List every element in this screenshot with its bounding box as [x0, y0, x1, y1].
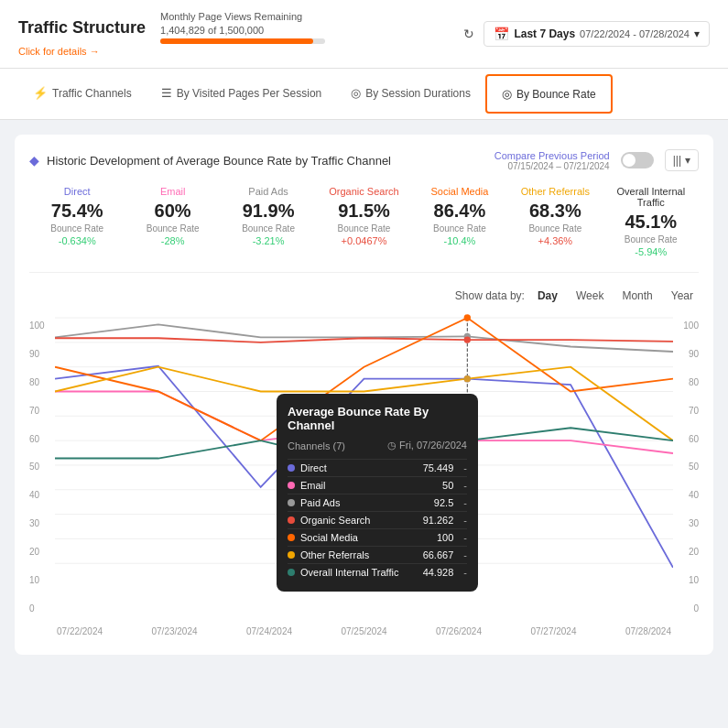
tooltip-row-organic: Organic Search 91.262 -: [288, 511, 467, 528]
email-dot: [288, 482, 295, 489]
traffic-channels-icon: ⚡: [33, 86, 48, 100]
tab-bar: ⚡ Traffic Channels ☰ By Visited Pages Pe…: [0, 69, 728, 120]
tab-visited-pages[interactable]: ☰ By Visited Pages Per Session: [147, 69, 337, 119]
metric-organic-value: 91.5%: [320, 201, 407, 222]
tooltip-row-paid: Paid Ads 92.5 -: [288, 494, 467, 511]
chart-title-icon: ◆: [29, 153, 39, 168]
metric-direct-value: 75.4%: [33, 201, 121, 222]
refresh-button[interactable]: ↻: [463, 27, 474, 41]
tooltip-title: Average Bounce Rate By Channel: [288, 405, 467, 432]
metric-organic: Organic Search 91.5% Bounce Rate +0.0467…: [316, 182, 411, 261]
tooltip-header: Channels (7) ◷ Fri, 07/26/2024: [288, 440, 467, 451]
metric-organic-name: Organic Search: [320, 186, 407, 197]
metric-internal-name: Overall Internal Traffic: [607, 186, 695, 208]
metric-referrals-label: Bounce Rate: [511, 223, 599, 234]
compare-toggle[interactable]: [621, 152, 654, 168]
time-btn-year[interactable]: Year: [666, 288, 699, 304]
toggle-thumb: [623, 154, 636, 167]
chart-controls: Compare Previous Period 07/15/2024 – 07/…: [494, 149, 699, 171]
metric-direct-change: -0.634%: [33, 235, 121, 246]
tab-bounce-rate[interactable]: ◎ By Bounce Rate: [485, 74, 613, 114]
progress-section: Monthly Page Views Remaining 1,404,829 o…: [160, 11, 325, 44]
metric-referrals-name: Other Referrals: [511, 186, 599, 197]
page-title: Traffic Structure: [18, 18, 146, 38]
internal-dot: [288, 569, 295, 576]
metric-internal-change: -5.94%: [607, 246, 695, 257]
tooltip-email-channel: Email: [288, 480, 326, 491]
tooltip-organic-channel: Organic Search: [288, 515, 370, 526]
clock-icon: ◷: [387, 440, 397, 451]
metric-direct-label: Bounce Rate: [33, 223, 121, 234]
tab-bounce-rate-label: By Bounce Rate: [516, 88, 596, 101]
date-range-picker[interactable]: 📅 Last 7 Days 07/22/2024 - 07/28/2024 ▾: [484, 21, 710, 47]
time-btn-day[interactable]: Day: [532, 288, 563, 304]
time-btn-week[interactable]: Week: [570, 288, 609, 304]
y-axis-left: 100 90 80 70 60 50 40 30 20 10 0: [29, 311, 55, 623]
tooltip-row-referrals: Other Referrals 66.667 -: [288, 546, 467, 563]
chevron-down-icon: ▾: [694, 27, 700, 40]
metric-internal: Overall Internal Traffic 45.1% Bounce Ra…: [603, 182, 699, 261]
tooltip-row-email: Email 50 -: [288, 476, 467, 494]
metric-social-label: Bounce Rate: [416, 223, 504, 234]
tooltip-social-channel: Social Media: [288, 532, 358, 543]
tooltip-date: ◷ Fri, 07/26/2024: [387, 440, 467, 451]
metric-email-change: -28%: [128, 235, 216, 246]
chart-header: ◆ Historic Development of Average Bounce…: [29, 149, 699, 171]
x-label-7: 07/28/2024: [625, 626, 671, 636]
metric-organic-label: Bounce Rate: [320, 223, 407, 234]
show-data-label: Show data by:: [455, 289, 525, 302]
time-controls: Show data by: Day Week Month Year: [29, 288, 699, 304]
metric-paid-ads: Paid Ads 91.9% Bounce Rate -3.21%: [221, 182, 316, 261]
tooltip-direct-channel: Direct: [288, 462, 327, 473]
filter-button[interactable]: ||| ▾: [665, 149, 699, 171]
x-label-1: 07/22/2024: [57, 626, 103, 636]
metric-paid-label: Bounce Rate: [224, 223, 312, 234]
date-range-dates: 07/22/2024 - 07/28/2024: [580, 28, 690, 39]
visited-pages-icon: ☰: [161, 86, 172, 100]
tab-traffic-channels[interactable]: ⚡ Traffic Channels: [18, 69, 147, 119]
header-right: ↻ 📅 Last 7 Days 07/22/2024 - 07/28/2024 …: [463, 21, 710, 47]
tooltip-row-social: Social Media 100 -: [288, 528, 467, 546]
metric-organic-change: +0.0467%: [320, 235, 407, 246]
metric-direct: Direct 75.4% Bounce Rate -0.634%: [29, 182, 125, 261]
tooltip-direct-value: 75.449 -: [423, 462, 467, 473]
tab-session-durations-label: By Session Durations: [365, 87, 471, 100]
tab-traffic-channels-label: Traffic Channels: [52, 87, 132, 100]
progress-bar: [160, 38, 325, 44]
metric-email: Email 60% Bounce Rate -28%: [125, 182, 220, 261]
tab-session-durations[interactable]: ◎ By Session Durations: [336, 69, 485, 119]
tooltip-channels: Channels (7): [288, 440, 345, 451]
metric-social-change: -10.4%: [416, 235, 504, 246]
tooltip-row-direct: Direct 75.449 -: [288, 459, 467, 476]
tooltip-referrals-channel: Other Referrals: [288, 549, 369, 560]
compare-dates: 07/15/2024 – 07/21/2024: [507, 161, 609, 171]
metric-referrals-change: +4.36%: [511, 235, 599, 246]
click-for-details[interactable]: Click for details →: [18, 46, 325, 57]
x-label-2: 07/23/2024: [151, 626, 197, 636]
metric-paid-value: 91.9%: [224, 201, 312, 222]
main-content: ◆ Historic Development of Average Bounce…: [0, 120, 728, 669]
bounce-rate-icon: ◎: [502, 87, 512, 101]
chart-area: 100 90 80 70 60 50 40 30 20 10 0: [29, 311, 699, 623]
x-label-4: 07/25/2024: [341, 626, 386, 636]
metric-email-value: 60%: [128, 201, 216, 222]
chart-card: ◆ Historic Development of Average Bounce…: [15, 135, 713, 655]
header-left: Traffic Structure Monthly Page Views Rem…: [18, 11, 325, 57]
x-label-6: 07/27/2024: [530, 626, 576, 636]
metrics-grid: Direct 75.4% Bounce Rate -0.634% Email 6…: [29, 182, 699, 273]
direct-dot: [288, 464, 295, 472]
time-btn-month[interactable]: Month: [616, 288, 657, 304]
metric-social-value: 86.4%: [416, 201, 504, 222]
session-durations-icon: ◎: [351, 86, 361, 100]
x-axis-labels: 07/22/2024 07/23/2024 07/24/2024 07/25/2…: [29, 623, 699, 640]
organic-dot: [288, 516, 295, 524]
chart-title: ◆ Historic Development of Average Bounce…: [29, 153, 391, 168]
chevron-filter-icon: ▾: [685, 154, 690, 167]
svg-point-17: [464, 375, 471, 382]
tooltip-internal-value: 44.928 -: [423, 567, 467, 578]
referrals-dot: [288, 551, 295, 559]
progress-text: Monthly Page Views Remaining: [160, 11, 325, 22]
metric-paid-change: -3.21%: [224, 235, 312, 246]
y-axis-right: 100 90 80 70 60 50 40 30 20 10 0: [673, 311, 699, 623]
calendar-icon: 📅: [494, 27, 509, 41]
